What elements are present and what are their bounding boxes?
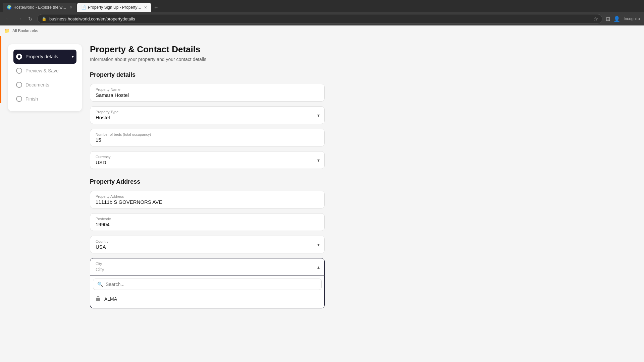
country-value: USA bbox=[96, 244, 106, 250]
sidebar-dot-preview-save bbox=[16, 68, 22, 74]
all-bookmarks-label[interactable]: All Bookmarks bbox=[12, 28, 38, 33]
reload-button[interactable]: ↻ bbox=[27, 14, 34, 23]
country-field[interactable]: Country USA ▾ bbox=[90, 236, 325, 253]
page-layout: Property details ▾ Preview & Save Docume… bbox=[0, 36, 644, 362]
left-accent-bar bbox=[0, 36, 1, 103]
property-address-section-title: Property Address bbox=[90, 178, 325, 185]
property-type-value: Hostel bbox=[96, 115, 110, 120]
currency-label: Currency bbox=[96, 155, 319, 159]
property-type-dropdown-arrow: ▾ bbox=[317, 113, 320, 118]
beds-value: 15 bbox=[96, 137, 101, 143]
profile-icon[interactable]: 👤 bbox=[613, 16, 620, 22]
address-field[interactable]: Property Address 11111b S GOVERNORS AVE bbox=[90, 191, 325, 208]
city-dropdown-panel: 🔍 🏛 ALMA bbox=[90, 276, 325, 308]
sidebar-card: Property details ▾ Preview & Save Docume… bbox=[8, 44, 82, 111]
city-value: City bbox=[96, 266, 319, 272]
bookmarks-folder-icon: 📁 bbox=[4, 28, 10, 34]
property-type-label: Property Type bbox=[96, 110, 319, 114]
country-label: Country bbox=[96, 239, 319, 243]
tab2-label: Property Sign Up - Property an... bbox=[88, 5, 142, 10]
forward-button[interactable]: → bbox=[15, 14, 23, 23]
city-search-input[interactable] bbox=[106, 282, 317, 287]
sidebar-label-property-details: Property details bbox=[25, 54, 58, 59]
page-subtitle: Information about your property and your… bbox=[90, 57, 325, 62]
city-dropdown-arrow: ▴ bbox=[317, 264, 320, 270]
currency-field[interactable]: Currency USD ▾ bbox=[90, 151, 325, 169]
city-result-alma-label: ALMA bbox=[104, 296, 117, 302]
country-dropdown-arrow: ▾ bbox=[317, 242, 320, 247]
address-value: 11111b S GOVERNORS AVE bbox=[96, 199, 162, 205]
tab2-close[interactable]: × bbox=[144, 5, 147, 10]
browser-chrome: 🌍 Hostelworld - Explore the worl... × 📄 … bbox=[0, 0, 644, 12]
beds-label: Number of beds (total occupancy) bbox=[96, 132, 319, 136]
sidebar-item-documents[interactable]: Documents bbox=[13, 78, 76, 92]
tab1-favicon: 🌍 bbox=[7, 5, 11, 10]
tab1-close[interactable]: × bbox=[70, 5, 72, 10]
property-type-field[interactable]: Property Type Hostel ▾ bbox=[90, 106, 325, 124]
city-label: City bbox=[96, 262, 319, 266]
address-bar-row: ← → ↻ 🔒 business.hostelworld.com/en/prop… bbox=[0, 12, 644, 25]
city-result-building-icon: 🏛 bbox=[96, 296, 101, 302]
postcode-value: 19904 bbox=[96, 222, 110, 227]
back-button[interactable]: ← bbox=[4, 14, 12, 23]
property-name-label: Property Name bbox=[96, 87, 319, 92]
incognito-label: Incognito bbox=[624, 16, 640, 21]
city-search-box[interactable]: 🔍 bbox=[93, 279, 322, 290]
browser-tabs: 🌍 Hostelworld - Explore the worl... × 📄 … bbox=[3, 0, 161, 12]
property-details-section: Property details Property Name Samara Ho… bbox=[90, 71, 325, 169]
page-title: Property & Contact Details bbox=[90, 44, 325, 55]
property-address-section: Property Address Property Address 11111b… bbox=[90, 178, 325, 308]
property-name-value: Samara Hostel bbox=[96, 92, 129, 98]
address-bar[interactable]: 🔒 business.hostelworld.com/en/propertyde… bbox=[37, 14, 602, 23]
lock-icon: 🔒 bbox=[42, 16, 47, 21]
browser-tab-1[interactable]: 🌍 Hostelworld - Explore the worl... × bbox=[3, 3, 76, 12]
sidebar-label-documents: Documents bbox=[25, 82, 49, 87]
address-label: Property Address bbox=[96, 194, 319, 198]
property-name-field[interactable]: Property Name Samara Hostel bbox=[90, 84, 325, 102]
sidebar-label-preview-save: Preview & Save bbox=[25, 68, 59, 73]
sidebar-item-preview-save[interactable]: Preview & Save bbox=[13, 64, 76, 78]
tab2-favicon: 📄 bbox=[81, 5, 86, 10]
address-text: business.hostelworld.com/en/propertydeta… bbox=[49, 16, 591, 21]
browser-tab-2[interactable]: 📄 Property Sign Up - Property an... × bbox=[77, 3, 151, 12]
bookmarks-bar: 📁 All Bookmarks bbox=[0, 25, 644, 36]
new-tab-button[interactable]: + bbox=[152, 3, 161, 12]
sidebar-label-finish: Finish bbox=[25, 96, 38, 102]
sidebar-dot-documents bbox=[16, 82, 22, 88]
sidebar: Property details ▾ Preview & Save Docume… bbox=[8, 44, 82, 354]
sidebar-dot-finish bbox=[16, 96, 22, 102]
tab1-label: Hostelworld - Explore the worl... bbox=[13, 5, 68, 10]
city-search-icon: 🔍 bbox=[97, 282, 103, 287]
browser-right-icons: ⊞ 👤 Incognito bbox=[606, 16, 640, 22]
postcode-label: Postcode bbox=[96, 217, 319, 221]
property-details-section-title: Property details bbox=[90, 71, 325, 78]
sidebar-dot-property-details bbox=[16, 54, 22, 60]
sidebar-chevron-property-details: ▾ bbox=[72, 54, 74, 59]
extensions-icon[interactable]: ⊞ bbox=[606, 16, 610, 22]
city-placeholder: City bbox=[96, 266, 104, 272]
city-dropdown-container: City City ▴ 🔍 🏛 ALMA bbox=[90, 258, 325, 308]
sidebar-item-property-details[interactable]: Property details ▾ bbox=[13, 50, 76, 64]
postcode-field[interactable]: Postcode 19904 bbox=[90, 213, 325, 231]
sidebar-item-finish[interactable]: Finish bbox=[13, 92, 76, 106]
beds-field[interactable]: Number of beds (total occupancy) 15 bbox=[90, 129, 325, 146]
city-result-alma[interactable]: 🏛 ALMA bbox=[93, 293, 322, 305]
currency-dropdown-arrow: ▾ bbox=[317, 158, 320, 163]
bookmark-icon[interactable]: ☆ bbox=[593, 16, 598, 22]
city-field[interactable]: City City ▴ bbox=[90, 258, 325, 276]
currency-value: USD bbox=[96, 160, 106, 165]
main-content: Property & Contact Details Information a… bbox=[90, 44, 325, 354]
